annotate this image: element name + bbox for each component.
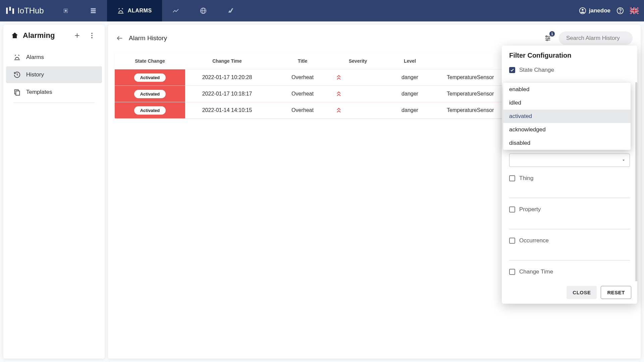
svg-rect-6 xyxy=(91,10,96,11)
sidebar-items: Alarms History Templates xyxy=(3,46,105,108)
cell-title: Overheat xyxy=(269,102,336,119)
svg-point-24 xyxy=(91,37,93,39)
close-button[interactable]: Close xyxy=(567,286,597,299)
cell-level: danger xyxy=(380,86,440,102)
filter-label-property: Property xyxy=(519,206,541,213)
cell-severity xyxy=(336,86,380,102)
svg-marker-14 xyxy=(228,8,233,13)
check-icon xyxy=(510,68,514,72)
timeline-icon xyxy=(172,7,179,14)
state-change-dropdown: enabledidledactivatedacknowledgeddisable… xyxy=(503,83,631,150)
dropdown-item-activated[interactable]: activated xyxy=(503,110,631,123)
scrollbar[interactable] xyxy=(635,82,637,281)
filter-label-state-change: State Change xyxy=(519,67,554,73)
col-change-time[interactable]: Change Time xyxy=(185,53,269,69)
svg-point-18 xyxy=(620,12,620,12)
state-chip: Activated xyxy=(134,90,166,98)
sidebar: Alarming Alarms History xyxy=(3,25,105,359)
nav-item-alarms[interactable]: ALARMS xyxy=(107,0,162,21)
svg-point-36 xyxy=(546,40,548,41)
more-vert-icon xyxy=(88,32,96,39)
svg-line-10 xyxy=(122,8,123,9)
severity-high-icon xyxy=(336,91,341,97)
user-area: janedoe xyxy=(579,7,639,14)
arrow-left-icon xyxy=(116,35,123,42)
flag-uk-icon[interactable] xyxy=(630,7,639,14)
svg-rect-0 xyxy=(6,8,8,14)
help-icon[interactable] xyxy=(616,7,624,14)
col-level[interactable]: Level xyxy=(380,53,440,69)
nav-item-charts[interactable] xyxy=(162,0,190,21)
more-button[interactable] xyxy=(87,30,97,41)
plus-icon xyxy=(73,32,81,39)
severity-high-icon xyxy=(336,74,341,80)
filter-row-occurrence: Occurrence xyxy=(509,234,630,247)
checkbox-thing[interactable] xyxy=(509,175,515,181)
checkbox-property[interactable] xyxy=(509,206,515,213)
filter-row-change-time: Change Time xyxy=(509,265,630,279)
filter-footer: Close Reset xyxy=(502,281,637,304)
checkbox-change-time[interactable] xyxy=(509,269,515,275)
filter-badge: 1 xyxy=(549,31,555,37)
nav-item-analytics[interactable] xyxy=(217,0,245,21)
filter-row-thing: Thing xyxy=(509,172,630,185)
filter-label-change-time: Change Time xyxy=(519,268,553,275)
analytics-icon xyxy=(227,7,234,14)
col-severity[interactable]: Severity xyxy=(336,53,380,69)
svg-line-26 xyxy=(15,55,16,56)
nav-item-devices[interactable] xyxy=(52,0,79,21)
filter-label-occurrence: Occurrence xyxy=(519,237,549,244)
search-input[interactable] xyxy=(559,32,633,45)
user-menu[interactable]: janedoe xyxy=(579,7,610,14)
cell-level: danger xyxy=(380,69,440,86)
add-button[interactable] xyxy=(72,30,83,41)
filter-button[interactable]: 1 xyxy=(542,33,553,44)
severity-high-icon xyxy=(336,107,341,113)
globe-icon xyxy=(200,7,207,14)
reset-button[interactable]: Reset xyxy=(601,286,631,299)
cell-title: Overheat xyxy=(269,69,336,86)
user-icon xyxy=(579,7,586,14)
filter-panel-title: Filter Configuration xyxy=(502,46,637,62)
nav-item-data[interactable] xyxy=(79,0,107,21)
sidebar-item-templates[interactable]: Templates xyxy=(6,84,102,101)
templates-icon xyxy=(13,88,21,96)
brand[interactable]: IoTHub xyxy=(5,6,44,15)
brand-logo-icon xyxy=(5,6,15,15)
svg-rect-1 xyxy=(9,7,11,11)
history-icon xyxy=(13,71,21,78)
filter-row-property: Property xyxy=(509,203,630,216)
chevron-down-icon xyxy=(622,158,626,162)
cell-state: Activated xyxy=(115,86,185,102)
col-state-change[interactable]: State Change xyxy=(115,53,185,69)
dropdown-item-enabled[interactable]: enabled xyxy=(503,83,631,96)
input-thing[interactable] xyxy=(509,186,630,198)
back-button[interactable] xyxy=(116,35,123,42)
cell-severity xyxy=(336,102,380,119)
cell-level: danger xyxy=(380,102,440,119)
svg-line-27 xyxy=(18,55,19,56)
nav-label-alarms: ALARMS xyxy=(128,8,152,14)
cell-state: Activated xyxy=(115,102,185,119)
chip-icon xyxy=(62,7,69,14)
dropdown-item-disabled[interactable]: disabled xyxy=(503,136,631,150)
input-occurrence[interactable] xyxy=(509,249,630,260)
sidebar-item-alarms[interactable]: Alarms xyxy=(6,49,102,66)
col-title[interactable]: Title xyxy=(269,53,336,69)
checkbox-state-change[interactable] xyxy=(509,67,515,73)
nav-item-globe[interactable] xyxy=(190,0,217,21)
dropdown-item-acknowledged[interactable]: acknowledged xyxy=(503,123,631,136)
cell-time: 2022-01-17 10:20:28 xyxy=(185,69,269,86)
input-property[interactable] xyxy=(509,218,630,229)
dropdown-item-idled[interactable]: idled xyxy=(503,96,631,110)
svg-rect-7 xyxy=(91,12,96,13)
username: janedoe xyxy=(589,7,610,14)
svg-point-16 xyxy=(582,9,584,11)
svg-rect-5 xyxy=(91,8,96,10)
checkbox-occurrence[interactable] xyxy=(509,238,515,244)
sidebar-item-history[interactable]: History xyxy=(6,66,102,83)
sidebar-title: Alarming xyxy=(23,31,68,40)
filter-row-state-change: State Change xyxy=(509,63,630,77)
select-severity[interactable] xyxy=(509,154,630,167)
sidebar-item-label: Alarms xyxy=(26,54,44,61)
